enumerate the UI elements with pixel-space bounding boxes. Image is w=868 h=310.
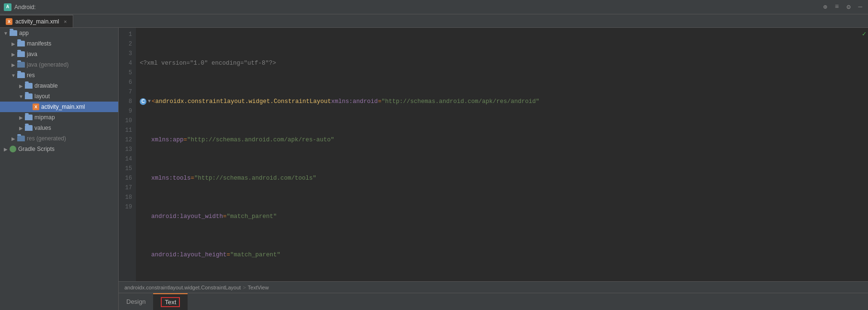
folder-icon-app — [10, 30, 17, 36]
sidebar-item-java[interactable]: ▶ java — [0, 49, 118, 59]
sidebar-item-layout[interactable]: ▼ layout — [0, 91, 118, 102]
sidebar-item-manifests[interactable]: ▶ manifests — [0, 38, 118, 49]
code-line-3: xmlns:app="http://schemas.android.com/ap… — [140, 135, 860, 145]
arrow-java: ▶ — [10, 52, 17, 57]
editor-content[interactable]: 1 2 3 4 5 6 7 8 9 10 11 12 13 14 15 16 1… — [119, 28, 868, 281]
c-badge: C — [140, 98, 146, 105]
title-text: Android: — [14, 4, 36, 11]
arrow-layout: ▼ — [17, 94, 25, 99]
label-manifests: manifests — [27, 40, 51, 47]
nav-btn-1[interactable]: ⊕ — [821, 3, 829, 11]
settings-btn[interactable]: ⚙ — [845, 3, 852, 11]
sidebar-item-values[interactable]: ▶ values — [0, 123, 118, 133]
arrow-gradle: ▶ — [2, 147, 10, 152]
sidebar-item-drawable[interactable]: ▶ drawable — [0, 80, 118, 91]
tab-close-btn[interactable]: × — [64, 19, 67, 24]
sidebar-item-activity-main-xml[interactable]: ▶ X activity_main.xml — [0, 102, 118, 112]
label-gradle: Gradle Scripts — [18, 146, 55, 152]
folder-icon-drawable — [25, 83, 33, 89]
label-java-generated: java (generated) — [27, 61, 68, 68]
folder-icon-java — [17, 51, 25, 57]
label-java: java — [27, 51, 37, 57]
code-content[interactable]: <?xml version="1.0" encoding="utf-8"?> C… — [136, 28, 860, 281]
folder-icon-java-gen — [17, 62, 25, 68]
label-res-generated: res (generated) — [27, 135, 66, 142]
bottom-tabs: Design Text — [119, 293, 868, 310]
arrow-mipmap: ▶ — [17, 115, 25, 120]
breadcrumb-constraintlayout[interactable]: androidx.constraintlayout.widget.Constra… — [124, 285, 241, 290]
tab-text-label: Text — [161, 297, 180, 307]
editor-area: 1 2 3 4 5 6 7 8 9 10 11 12 13 14 15 16 1… — [119, 28, 868, 310]
title-bar-actions: ⊕ ≡ ⚙ — — [821, 3, 864, 11]
label-values: values — [34, 125, 51, 131]
tab-activity-main[interactable]: X activity_main.xml × — [0, 15, 73, 27]
folder-icon-layout — [25, 93, 33, 99]
editor-bottom: androidx.constraintlayout.widget.Constra… — [119, 281, 868, 310]
gradle-icon — [10, 146, 16, 152]
app-icon: A — [4, 3, 11, 11]
main-layout: ▼ app ▶ manifests ▶ java ▶ java (generat… — [0, 28, 868, 310]
label-res: res — [27, 72, 35, 79]
checkmark-icon: ✓ — [860, 30, 868, 38]
sidebar-item-res[interactable]: ▼ res — [0, 70, 118, 80]
folder-icon-manifests — [17, 41, 25, 46]
tab-label: activity_main.xml — [15, 18, 59, 25]
nav-btn-2[interactable]: ≡ — [833, 3, 841, 11]
arrow-drawable: ▶ — [17, 83, 25, 89]
xml-file-icon: X — [33, 103, 39, 110]
folder-icon-mipmap — [25, 115, 33, 120]
tab-design[interactable]: Design — [119, 293, 153, 310]
label-drawable: drawable — [34, 82, 58, 89]
tab-bar: X activity_main.xml × — [0, 14, 868, 28]
tab-design-label: Design — [126, 298, 145, 305]
breadcrumb-bar: androidx.constraintlayout.widget.Constra… — [119, 281, 868, 293]
sidebar-item-gradle[interactable]: ▶ Gradle Scripts — [0, 144, 118, 154]
code-line-6: android:layout_height="match_parent" — [140, 250, 860, 260]
fold-arrow-2[interactable]: ▼ — [148, 97, 151, 106]
arrow-java-gen: ▶ — [10, 62, 17, 68]
arrow-values: ▶ — [17, 126, 25, 131]
folder-icon-res-gen — [17, 136, 25, 141]
line-numbers: 1 2 3 4 5 6 7 8 9 10 11 12 13 14 15 16 1… — [119, 28, 136, 281]
folder-icon-res — [17, 72, 25, 78]
code-line-2: C▼<androidx.constraintlayout.widget.Cons… — [140, 97, 860, 106]
sidebar-item-mipmap[interactable]: ▶ mipmap — [0, 112, 118, 123]
minimize-btn[interactable]: — — [857, 3, 864, 11]
right-gutter: ✓ — [860, 28, 868, 281]
title-bar: A Android: ⊕ ≡ ⚙ — — [0, 0, 868, 14]
tab-xml-icon: X — [6, 18, 12, 25]
label-mipmap: mipmap — [34, 114, 55, 121]
breadcrumb-textview[interactable]: TextView — [248, 285, 269, 290]
arrow-app: ▼ — [2, 31, 10, 36]
arrow-res: ▼ — [10, 73, 17, 78]
label-layout: layout — [34, 93, 50, 100]
sidebar-item-res-generated[interactable]: ▶ res (generated) — [0, 133, 118, 144]
arrow-res-gen: ▶ — [10, 136, 17, 141]
arrow-manifests: ▶ — [10, 41, 17, 46]
tab-text[interactable]: Text — [153, 293, 188, 310]
code-line-1: <?xml version="1.0" encoding="utf-8"?> — [140, 58, 860, 68]
folder-icon-values — [25, 125, 33, 131]
sidebar-item-java-generated[interactable]: ▶ java (generated) — [0, 59, 118, 70]
sidebar-item-app[interactable]: ▼ app — [0, 28, 118, 38]
sidebar: ▼ app ▶ manifests ▶ java ▶ java (generat… — [0, 28, 119, 310]
code-line-5: android:layout_width="match_parent" — [140, 212, 860, 221]
label-activity-main-xml: activity_main.xml — [41, 103, 85, 110]
label-app: app — [19, 30, 29, 36]
code-line-4: xmlns:tools="http://schemas.android.com/… — [140, 173, 860, 183]
breadcrumb-sep: > — [243, 285, 245, 290]
